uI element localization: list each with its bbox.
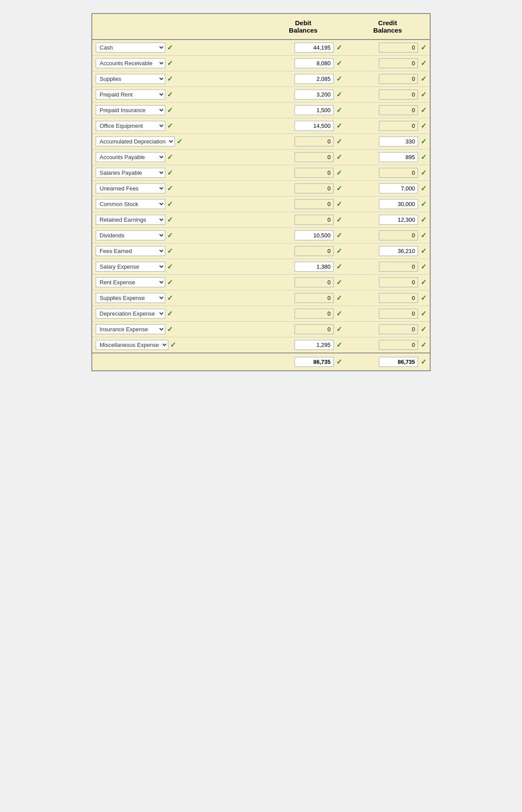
credit-inner-4: ✓ xyxy=(349,105,426,115)
credit-input-14[interactable] xyxy=(379,262,418,272)
debit-input-9[interactable] xyxy=(294,183,334,193)
table-row: Insurance Expense✓✓✓ xyxy=(92,322,430,337)
debit-cell-13: ✓ xyxy=(261,243,345,259)
credit-check-18: ✓ xyxy=(421,325,426,333)
credit-input-6[interactable] xyxy=(379,136,418,146)
credit-check-12: ✓ xyxy=(421,231,426,240)
account-select-12[interactable]: Dividends xyxy=(96,230,165,240)
account-check-14: ✓ xyxy=(167,263,173,271)
table-row: Accounts Payable✓✓✓ xyxy=(92,150,430,165)
account-select-9[interactable]: Unearned Fees xyxy=(96,183,165,193)
account-cell-18: Insurance Expense✓ xyxy=(92,322,261,337)
header-account xyxy=(92,14,261,40)
account-inner-15: Rent Expense✓ xyxy=(96,277,258,287)
debit-input-4[interactable] xyxy=(294,105,334,115)
credit-input-10[interactable] xyxy=(379,199,418,209)
credit-input-9[interactable] xyxy=(379,183,418,193)
account-select-0[interactable]: Cash xyxy=(96,43,165,53)
account-cell-2: Supplies✓ xyxy=(92,71,261,87)
credit-cell-3: ✓ xyxy=(345,87,430,103)
credit-inner-7: ✓ xyxy=(349,152,426,162)
credit-cell-1: ✓ xyxy=(345,56,430,71)
debit-input-19[interactable] xyxy=(294,340,334,350)
credit-input-16[interactable] xyxy=(379,293,418,303)
credit-input-17[interactable] xyxy=(379,309,418,319)
total-debit-input[interactable] xyxy=(294,357,334,367)
account-inner-7: Accounts Payable✓ xyxy=(96,152,258,162)
table-row: Fees Earned✓✓✓ xyxy=(92,243,430,259)
debit-input-0[interactable] xyxy=(294,43,334,53)
account-inner-19: Miscellaneous Expense✓ xyxy=(96,340,258,350)
credit-inner-10: ✓ xyxy=(349,199,426,209)
debit-cell-12: ✓ xyxy=(261,228,345,243)
table-row: Prepaid Rent✓✓✓ xyxy=(92,87,430,103)
debit-input-7[interactable] xyxy=(294,152,334,162)
account-inner-8: Salaries Payable✓ xyxy=(96,168,258,178)
credit-input-2[interactable] xyxy=(379,74,418,84)
debit-input-16[interactable] xyxy=(294,293,334,303)
credit-input-5[interactable] xyxy=(379,121,418,131)
account-check-19: ✓ xyxy=(170,341,176,349)
credit-inner-0: ✓ xyxy=(349,43,426,53)
credit-input-13[interactable] xyxy=(379,246,418,256)
credit-input-11[interactable] xyxy=(379,215,418,225)
account-select-17[interactable]: Depreciation Expense xyxy=(96,309,165,319)
table-row: Office Equipment✓✓✓ xyxy=(92,118,430,134)
total-credit-input[interactable] xyxy=(379,357,418,367)
account-select-11[interactable]: Retained Earnings xyxy=(96,215,165,225)
debit-input-5[interactable] xyxy=(294,121,334,131)
credit-input-18[interactable] xyxy=(379,324,418,334)
account-inner-10: Common Stock✓ xyxy=(96,199,258,209)
account-select-7[interactable]: Accounts Payable xyxy=(96,152,165,162)
debit-input-3[interactable] xyxy=(294,90,334,100)
credit-cell-18: ✓ xyxy=(345,322,430,337)
account-select-4[interactable]: Prepaid Insurance xyxy=(96,105,165,115)
debit-input-10[interactable] xyxy=(294,199,334,209)
debit-input-11[interactable] xyxy=(294,215,334,225)
debit-check-19: ✓ xyxy=(336,341,342,349)
account-select-15[interactable]: Rent Expense xyxy=(96,277,165,287)
credit-input-3[interactable] xyxy=(379,90,418,100)
credit-input-12[interactable] xyxy=(379,230,418,240)
account-select-16[interactable]: Supplies Expense xyxy=(96,293,165,303)
debit-input-12[interactable] xyxy=(294,230,334,240)
credit-cell-2: ✓ xyxy=(345,71,430,87)
credit-check-8: ✓ xyxy=(421,169,426,177)
credit-input-1[interactable] xyxy=(379,58,418,68)
debit-input-17[interactable] xyxy=(294,309,334,319)
debit-input-2[interactable] xyxy=(294,74,334,84)
account-inner-18: Insurance Expense✓ xyxy=(96,324,258,334)
account-select-1[interactable]: Accounts Receivable xyxy=(96,58,165,68)
debit-input-14[interactable] xyxy=(294,262,334,272)
account-select-8[interactable]: Salaries Payable xyxy=(96,168,165,178)
credit-input-0[interactable] xyxy=(379,43,418,53)
account-select-5[interactable]: Office Equipment xyxy=(96,121,165,131)
debit-input-1[interactable] xyxy=(294,58,334,68)
account-select-18[interactable]: Insurance Expense xyxy=(96,324,165,334)
credit-input-7[interactable] xyxy=(379,152,418,162)
account-select-3[interactable]: Prepaid Rent xyxy=(96,90,165,100)
debit-input-18[interactable] xyxy=(294,324,334,334)
debit-inner-17: ✓ xyxy=(264,309,342,319)
account-select-10[interactable]: Common Stock xyxy=(96,199,165,209)
debit-input-15[interactable] xyxy=(294,277,334,287)
credit-input-4[interactable] xyxy=(379,105,418,115)
debit-input-13[interactable] xyxy=(294,246,334,256)
credit-input-15[interactable] xyxy=(379,277,418,287)
credit-input-8[interactable] xyxy=(379,168,418,178)
account-select-19[interactable]: Miscellaneous Expense xyxy=(96,340,168,350)
debit-input-8[interactable] xyxy=(294,168,334,178)
table-row: Cash✓✓✓ xyxy=(92,40,430,56)
debit-cell-6: ✓ xyxy=(261,134,345,150)
account-cell-10: Common Stock✓ xyxy=(92,196,261,212)
debit-input-6[interactable] xyxy=(294,136,334,146)
account-check-15: ✓ xyxy=(167,278,173,286)
account-select-6[interactable]: Accumulated Depreciation xyxy=(96,136,175,146)
credit-input-19[interactable] xyxy=(379,340,418,350)
account-select-2[interactable]: Supplies xyxy=(96,74,165,84)
credit-check-6: ✓ xyxy=(421,137,426,146)
account-select-14[interactable]: Salary Expense xyxy=(96,262,165,272)
total-debit-inner: ✓ xyxy=(264,357,342,367)
account-select-13[interactable]: Fees Earned xyxy=(96,246,165,256)
totals-row: ✓✓ xyxy=(92,353,430,370)
